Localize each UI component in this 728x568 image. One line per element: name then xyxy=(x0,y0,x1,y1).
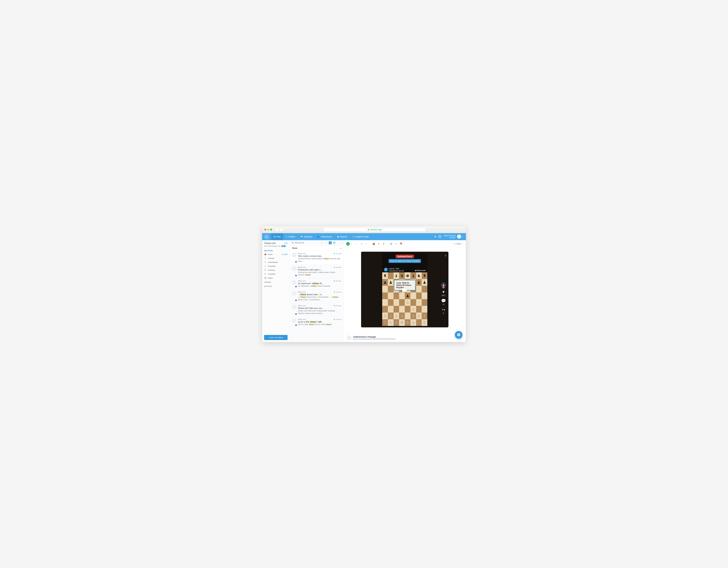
filter-label: Tiktok xyxy=(292,247,297,249)
titlebar: ‹ › 🔒 Mention App xyxy=(262,226,466,233)
trash-icon: 🗑 xyxy=(264,273,266,275)
mention-item[interactable]: tiktok.com 13 mars Up for a little chess… xyxy=(290,317,343,328)
nav-publish[interactable]: ✈ Publish xyxy=(283,233,298,240)
create-alert-button[interactable]: Créer une alerte xyxy=(264,335,288,340)
section-activity-label[interactable]: ACTIVITÉ xyxy=(262,284,290,288)
back-button[interactable]: ‹ xyxy=(275,228,279,231)
add-button[interactable]: ＋ xyxy=(340,241,343,244)
sidebar-item-archives[interactable]: 🗄 Archives xyxy=(262,268,290,272)
calendar-action-icon[interactable]: 📅 xyxy=(399,242,403,246)
nav-respond[interactable]: 💬 Respond xyxy=(298,233,315,240)
archive-action-icon[interactable]: 📥 xyxy=(372,242,376,246)
tiktok-badge-icon xyxy=(295,286,297,288)
sidebar-item-trash[interactable]: 🗑 Corbeille xyxy=(262,272,290,276)
sentiment-button[interactable]: ☺ xyxy=(346,242,350,246)
user-org: Mention xyxy=(444,237,456,239)
download-button[interactable]: ⬇ xyxy=(325,241,328,244)
video-player[interactable]: GothamChess How To Solve 50 Chess Puzzle… xyxy=(361,252,448,327)
help-icon[interactable]: ? xyxy=(439,235,441,238)
mention-item[interactable]: tiktok.com 13 mars ✨Chess Board Cake✨#..… xyxy=(290,289,343,303)
sidebar-item-label: Corbeille xyxy=(268,273,275,275)
nav-reports[interactable]: ▦ Reports xyxy=(335,233,350,240)
sidebar-item-favorites[interactable]: ★ Favorites xyxy=(262,264,290,268)
edit-alert-link[interactable]: Edit xyxy=(285,242,288,244)
avatar xyxy=(457,235,461,239)
tag-action-icon[interactable]: 🏷 xyxy=(359,242,364,246)
mention-date: 15 mars xyxy=(336,266,341,268)
mention-avatar xyxy=(292,318,296,323)
chevron-down-icon: ▾ xyxy=(463,236,463,237)
mention-item[interactable]: tiktok.com 13 mars Please don't fake you… xyxy=(290,303,343,317)
detail-footer: GothamChess Fanpage tiktok.com/@welovele… xyxy=(344,333,466,342)
source-url[interactable]: tiktok.com/@welovelevy/video/69399782679… xyxy=(353,338,457,340)
notification-dot-icon[interactable] xyxy=(435,236,436,237)
share-button[interactable]: ✈ Share xyxy=(452,242,463,246)
forward-button[interactable]: › xyxy=(280,228,284,231)
maximize-window-button[interactable] xyxy=(270,229,272,230)
nav-influencers[interactable]: 👥 Influenceurs xyxy=(315,233,334,240)
tiktok-share-button[interactable]: ↪6 xyxy=(442,307,445,314)
mention-date: 15 mars xyxy=(336,280,341,282)
close-window-button[interactable] xyxy=(264,229,266,230)
sidebar-item-important[interactable]: ⚑ Importantes xyxy=(262,260,290,264)
play-icon[interactable]: ▶ xyxy=(402,286,407,293)
mention-item[interactable]: tiktok.com 15 mars Who needs a virtual s… xyxy=(290,251,343,264)
source-filter[interactable]: Tiktok ⌄ xyxy=(290,246,343,251)
chevron-down-icon[interactable]: ▾ xyxy=(351,243,352,245)
tiktok-comment-button[interactable]: 💬11 xyxy=(441,299,446,305)
user-name: Elliot Puzenat xyxy=(444,235,456,237)
mention-title: Please don't fake your coo... xyxy=(298,307,341,309)
source-avatar xyxy=(347,335,351,340)
share-label: Share xyxy=(456,243,461,245)
reply-all-icon[interactable]: ↩ xyxy=(364,242,369,246)
intercom-button[interactable] xyxy=(455,331,462,339)
email-action-icon[interactable]: ✉ xyxy=(394,242,398,246)
sidebar-item-label: Spam xyxy=(268,277,273,279)
source-title: GothamChess Fanpage xyxy=(353,336,457,338)
sidebar-item-label: Inbox xyxy=(268,253,273,255)
globe-filter-button[interactable]: 🌐 xyxy=(333,241,336,244)
sidebar-item-spam[interactable]: 🚫 Spam xyxy=(262,276,290,280)
mention-title: So impressive. #chess #h... xyxy=(298,282,341,285)
mention-item[interactable]: tiktok.com 15 mars So impressive. #chess… xyxy=(290,278,343,289)
tiktok-badge-icon xyxy=(295,299,297,301)
app-window: ‹ › 🔒 Mention App ★ ▤ Flux ✈ Publish 💬 R… xyxy=(262,226,466,342)
filter-toggle-button[interactable]: ⇄ xyxy=(329,241,332,244)
user-menu[interactable]: Elliot Puzenat Mention ▾ xyxy=(444,235,463,239)
archive-icon: 🗄 xyxy=(264,269,266,271)
detail-content: GothamChess How To Solve 50 Chess Puzzle… xyxy=(344,248,466,333)
mention-source: tiktok.com xyxy=(298,318,306,320)
section-mentions-label: MENTIONS xyxy=(262,248,290,252)
count-badge: 99+ xyxy=(281,245,286,247)
mention-title: Up for a little chess? #ch... xyxy=(298,321,341,323)
mention-excerpt: ✨Chess Board Cake✨#CakeOrder ...✨Chess B… xyxy=(298,296,341,301)
mention-source: tiktok.com xyxy=(298,266,306,268)
mention-item[interactable]: tiktok.com 15 mars Posting this until it… xyxy=(290,264,343,278)
nav-label: Respond xyxy=(304,236,312,238)
flag-action-icon[interactable]: ❗ xyxy=(381,242,386,246)
mention-list[interactable]: tiktok.com 15 mars Who needs a virtual s… xyxy=(290,251,343,342)
mention-excerpt: So impressive. #chess #hikaru #puzzle xyxy=(298,285,341,287)
star-action-icon[interactable]: ☆ xyxy=(354,242,359,246)
search-input[interactable] xyxy=(295,242,319,244)
mention-avatar xyxy=(292,291,296,296)
search-tools: ✓ ⬇ ⇄ 🌐 ＋ xyxy=(321,241,343,244)
tiktok-like-button[interactable]: ♥2521 xyxy=(442,290,446,297)
comment-icon: 💬 xyxy=(441,299,446,303)
eye-icon: 👁 xyxy=(264,257,266,259)
nav-flux[interactable]: ▤ Flux xyxy=(271,233,283,240)
tiktok-follow-button[interactable]: ♟ xyxy=(441,282,446,288)
app-logo[interactable]: ★ xyxy=(262,235,271,239)
sidebar-item-unread[interactable]: 👁 Unread xyxy=(262,256,290,260)
nav-insights[interactable]: ◎ Insights Center xyxy=(350,233,372,240)
section-tasks-label[interactable]: TÂCHES xyxy=(262,280,290,284)
check-filter-button[interactable]: ✓ xyxy=(321,241,324,244)
url-bar[interactable]: 🔒 Mention App xyxy=(324,228,425,232)
sidebar-item-inbox[interactable]: 📥 Inbox 61 809 xyxy=(262,252,290,256)
sidebar-item-label: Archives xyxy=(268,269,275,271)
minimize-window-button[interactable] xyxy=(267,229,269,230)
chat-icon: 💬 xyxy=(300,236,303,238)
link-action-icon[interactable]: 🔗 xyxy=(389,242,393,246)
delete-action-icon[interactable]: 🗑 xyxy=(377,242,381,246)
window-controls xyxy=(264,229,272,230)
